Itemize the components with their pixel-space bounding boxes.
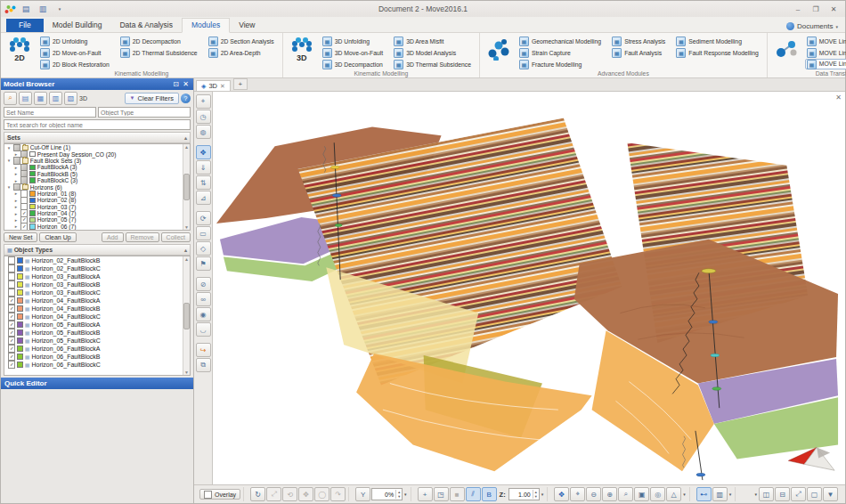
zoom-in-button[interactable]: ⊕ xyxy=(602,487,617,501)
close-viewport-icon[interactable]: ✕ xyxy=(835,93,842,102)
collect-button[interactable]: Collect xyxy=(161,232,191,242)
ribbon-item-fault-analysis[interactable]: ▦Fault Analysis xyxy=(610,47,667,58)
new-window-button[interactable]: ▥ xyxy=(36,3,50,15)
ribbon-item-3d-unfolding[interactable]: ▦3D Unfolding xyxy=(321,36,385,46)
swap-order-button[interactable]: ⇅ xyxy=(196,175,211,190)
tree-row-faultblockc-3[interactable]: ▸FaultBlockC (3) xyxy=(4,177,190,183)
orientation-compass[interactable] xyxy=(788,448,834,471)
ribbon-item-strain-capture[interactable]: ▦Strain Capture xyxy=(517,47,603,58)
scroll-down-icon[interactable]: ▼ xyxy=(184,224,189,230)
sort-objects-button[interactable]: ⊿ xyxy=(196,191,211,205)
close-panel-icon[interactable]: ✕ xyxy=(181,80,191,88)
tab-3d-view[interactable]: ◈ 3D ✕ xyxy=(196,80,231,91)
ribbon-item-move-link-for-openworks[interactable]: ▦MOVE Link for OpenWorks xyxy=(805,36,846,46)
object-checkbox[interactable] xyxy=(8,264,15,272)
expand-arrow-icon[interactable]: ▸ xyxy=(13,151,19,157)
tree-row-fault-block-sets-3[interactable]: ▾Fault Block Sets (3) xyxy=(4,158,190,164)
tree-row-faultblockb-5[interactable]: ▸FaultBlockB (5) xyxy=(4,171,190,177)
object-checkbox[interactable] xyxy=(8,280,15,288)
tree-row-faultblocka-3[interactable]: ▸FaultBlockA (3) xyxy=(4,164,190,170)
scale-bar-button[interactable]: ▥ xyxy=(712,487,728,501)
add-object-button[interactable]: + xyxy=(418,487,433,501)
view-list-icon[interactable]: ▤ xyxy=(19,92,32,105)
pointer-mode-button[interactable]: ⌖ xyxy=(570,487,585,501)
tab-modules[interactable]: Modules xyxy=(182,18,230,33)
overlay-checkbox[interactable]: Overlay xyxy=(199,489,240,500)
wireframe-button[interactable]: ⫽ xyxy=(466,487,481,501)
sets-scrollbar[interactable]: ▲ ▼ xyxy=(183,144,190,230)
remove-button[interactable]: Remove xyxy=(126,232,159,242)
reset-rotation-button[interactable]: ↷ xyxy=(330,487,346,501)
ribbon-item-3d-model-analysis[interactable]: ▦3D Model Analysis xyxy=(392,47,473,58)
object-type-filter-input[interactable] xyxy=(98,107,191,118)
spinner-arrows[interactable]: ▲▼ xyxy=(395,490,402,499)
object-name-search-input[interactable] xyxy=(4,119,191,130)
object-row-horizon-02-faultblockc[interactable]: ▦Horizon_02_FaultBlockC xyxy=(4,264,190,272)
view-columns-icon[interactable]: ▥ xyxy=(49,92,62,105)
view-angle-button[interactable]: △ xyxy=(666,487,681,501)
tree-row-horizon-01-8[interactable]: ▸Horizon_01 (8) xyxy=(4,191,190,197)
expand-arrow-icon[interactable]: ▸ xyxy=(13,191,19,196)
minimize-button[interactable]: – xyxy=(790,4,806,15)
zoom-window-button[interactable]: ⌕ xyxy=(618,487,633,501)
expand-arrow-icon[interactable]: ▸ xyxy=(13,204,19,209)
3d-viewport[interactable]: ✕ xyxy=(213,92,845,484)
ribbon-item-3d-area-misfit[interactable]: ▦3D Area Misfit xyxy=(392,36,473,46)
object-checkbox[interactable] xyxy=(8,289,15,296)
shading-button[interactable]: B xyxy=(482,487,497,501)
pan-view-button[interactable]: ✥ xyxy=(554,487,569,501)
perspective-spinner[interactable]: 0%▲▼ xyxy=(371,488,403,500)
object-checkbox[interactable]: ✓ xyxy=(8,305,15,312)
duplicate-button[interactable]: ⧉ xyxy=(196,358,211,372)
free-rotate-button[interactable]: ⤢ xyxy=(266,487,281,501)
orbit-view-button[interactable]: ◯ xyxy=(314,487,329,501)
object-checkbox[interactable]: ✓ xyxy=(8,345,15,352)
layout-menu[interactable]: ▾ xyxy=(753,492,758,497)
object-row-horizon-04-faultblockc[interactable]: ✓▦Horizon_04_FaultBlockC xyxy=(4,313,190,321)
object-types-section-header[interactable]: ▦ Object Types ▴ xyxy=(4,244,191,256)
quick-editor-header[interactable]: Quick Editor xyxy=(1,378,193,389)
z-scale-menu[interactable]: ▾ xyxy=(541,492,545,497)
object-row-horizon-02-faultblockb[interactable]: ▦Horizon_02_FaultBlockB xyxy=(4,256,190,264)
new-set-button[interactable]: New Set xyxy=(4,232,37,242)
tree-row-cut-off-line-1[interactable]: ▾Cut-Off Line (1) xyxy=(4,144,190,150)
expand-arrow-icon[interactable]: ▾ xyxy=(6,158,12,163)
object-row-horizon-05-faultblocka[interactable]: ✓▦Horizon_05_FaultBlockA xyxy=(4,321,190,329)
curve-tool-button[interactable]: ◡ xyxy=(196,322,211,337)
ribbon-item-fault-response-modelling[interactable]: ▦Fault Response Modelling xyxy=(674,47,761,58)
set-name-filter-input[interactable] xyxy=(4,107,96,118)
ribbon-item-3d-move-on-fault[interactable]: ▦3D Move-on-Fault xyxy=(321,47,385,58)
perspective-button[interactable]: Y xyxy=(355,487,370,501)
tree-row-horizon-05-7[interactable]: ▸✓Horizon_05 (7) xyxy=(4,216,190,223)
spinner-arrows[interactable]: ▲▼ xyxy=(533,490,539,499)
object-row-horizon-04-faultblocka[interactable]: ✓▦Horizon_04_FaultBlockA xyxy=(4,297,190,305)
move-objects-button[interactable]: ✥ xyxy=(196,145,211,159)
object-row-horizon-05-faultblockb[interactable]: ✓▦Horizon_05_FaultBlockB xyxy=(4,329,190,337)
zoom-selected-button[interactable]: ◎ xyxy=(650,487,665,501)
new-tab-button[interactable]: + xyxy=(233,78,248,90)
ribbon-item-move-link-for-gst[interactable]: ▦MOVE Link for GST ▾ xyxy=(805,59,846,69)
view-details-icon[interactable]: ▧ xyxy=(64,92,77,105)
ribbon-item-2d-unfolding[interactable]: ▦2D Unfolding xyxy=(38,36,111,46)
link-objects-button[interactable]: ∞ xyxy=(196,292,211,306)
tree-row-horizon-06-7[interactable]: ▸✓Horizon_06 (7) xyxy=(4,224,190,230)
object-checkbox[interactable] xyxy=(8,272,15,280)
scroll-up-icon[interactable]: ▲ xyxy=(184,144,189,150)
roll-view-button[interactable]: ✥ xyxy=(298,487,313,501)
rotate-view-button[interactable]: ↻ xyxy=(250,487,265,501)
rectangle-select-button[interactable]: ▭ xyxy=(196,226,211,240)
collect-back-button[interactable]: ↪ xyxy=(196,343,211,357)
clean-up-button[interactable]: Clean Up xyxy=(39,232,76,242)
qat-menu-button[interactable]: ▾ xyxy=(53,3,67,15)
clear-filters-button[interactable]: ▼ Clear Filters xyxy=(125,93,179,104)
spin-view-button[interactable]: ⟲ xyxy=(282,487,297,501)
ribbon-item-2d-decompaction[interactable]: ▦2D Decompaction xyxy=(118,36,199,46)
split-vertical-button[interactable]: ⊟ xyxy=(775,487,790,501)
object-row-horizon-03-faultblocka[interactable]: ▦Horizon_03_FaultBlockA xyxy=(4,272,190,280)
close-button[interactable]: ✕ xyxy=(826,4,842,15)
object-row-horizon-05-faultblockc[interactable]: ✓▦Horizon_05_FaultBlockC xyxy=(4,337,190,345)
object-checkbox[interactable]: ✓ xyxy=(8,329,15,336)
scroll-thumb[interactable] xyxy=(183,174,190,200)
ribbon-item-2d-thermal-subsidence[interactable]: ▦2D Thermal Subsidence xyxy=(118,47,199,58)
documents-menu-button[interactable]: Documents ▾ xyxy=(786,22,838,30)
